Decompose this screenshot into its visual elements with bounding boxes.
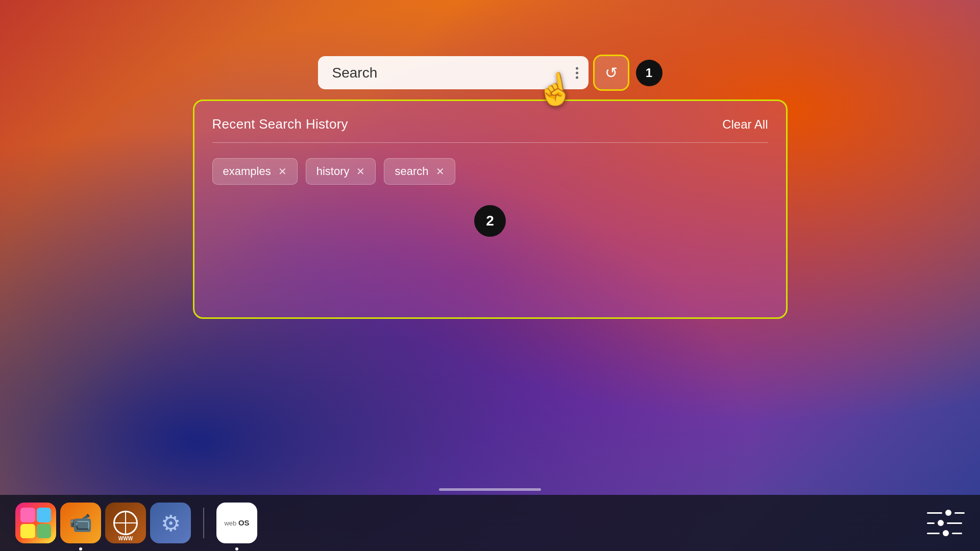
history-divider: [212, 142, 768, 143]
history-title: Recent Search History: [212, 116, 348, 132]
webos-app-icon[interactable]: web OS: [216, 503, 257, 543]
step-badge-2: 2: [474, 205, 506, 237]
slider-bar-1: [927, 512, 942, 514]
tag-close-history[interactable]: ✕: [356, 166, 365, 177]
slider-line-1: [927, 510, 965, 516]
zoom-app-icon[interactable]: 📹: [60, 503, 101, 543]
tag-label-search: search: [395, 165, 428, 178]
history-panel: Recent Search History Clear All examples…: [193, 99, 788, 319]
sliders-button[interactable]: [927, 510, 965, 536]
tag-label-history: history: [316, 165, 350, 178]
settings-app-icon[interactable]: ⚙: [150, 503, 191, 543]
history-tag-search[interactable]: search ✕: [384, 158, 455, 185]
slider-bar-3: [927, 522, 935, 524]
history-tag-history[interactable]: history ✕: [306, 158, 376, 185]
taskbar-apps: 📹 WWW ⚙: [15, 503, 257, 543]
slider-bar-6: [952, 533, 962, 534]
camera-icon: 📹: [69, 512, 92, 534]
slider-bar-2: [954, 512, 965, 514]
step-badge-1: 1: [636, 60, 663, 86]
slider-knob-2: [938, 520, 944, 526]
slider-bar-4: [947, 522, 962, 524]
settings-app-wrapper: ⚙: [150, 503, 191, 543]
grid-cell-1: [20, 508, 35, 522]
grid-cell-3: [20, 524, 35, 539]
launcher-app-wrapper: [15, 503, 56, 543]
webos-label: web OS: [224, 519, 249, 528]
taskbar: 📹 WWW ⚙: [0, 495, 980, 551]
search-area: ↺ 1: [0, 0, 980, 89]
www-label: WWW: [118, 536, 133, 541]
webos-dot-indicator: [235, 547, 238, 550]
badge-2-container: 2: [212, 205, 768, 237]
grid-cell-4: [37, 524, 52, 539]
dot1: [576, 67, 578, 69]
history-button[interactable]: ↺: [595, 56, 628, 89]
cursor-pointer: ☝: [533, 68, 577, 111]
clear-all-button[interactable]: Clear All: [722, 117, 768, 132]
browser-app-icon[interactable]: WWW: [105, 503, 146, 543]
grid-cell-2: [37, 508, 52, 522]
scroll-indicator: [439, 488, 541, 491]
dot3: [576, 76, 578, 79]
zoom-app-wrapper: 📹: [60, 503, 101, 543]
slider-line-3: [927, 530, 962, 536]
slider-line-2: [927, 520, 962, 526]
tag-close-examples[interactable]: ✕: [278, 166, 287, 177]
history-tag-examples[interactable]: examples ✕: [212, 158, 298, 185]
slider-knob-1: [945, 510, 951, 516]
webos-app-wrapper: web OS: [216, 503, 257, 543]
gear-icon: ⚙: [161, 510, 181, 536]
history-icon: ↺: [605, 64, 618, 82]
history-tags: examples ✕ history ✕ search ✕: [212, 158, 768, 185]
launcher-app-icon[interactable]: [15, 503, 56, 543]
tag-close-search[interactable]: ✕: [436, 166, 445, 177]
search-more-button[interactable]: [573, 64, 581, 82]
slider-bar-5: [927, 533, 940, 534]
globe-icon: [113, 511, 138, 535]
tag-label-examples: examples: [223, 165, 271, 178]
main-content: ↺ 1 ☝ Recent Search History Clear All ex…: [0, 0, 980, 551]
taskbar-divider: [203, 508, 204, 538]
slider-knob-3: [943, 530, 949, 536]
zoom-dot-indicator: [79, 547, 82, 550]
browser-app-wrapper: WWW: [105, 503, 146, 543]
history-header: Recent Search History Clear All: [212, 116, 768, 132]
dot2: [576, 71, 578, 74]
taskbar-right: [927, 510, 965, 536]
